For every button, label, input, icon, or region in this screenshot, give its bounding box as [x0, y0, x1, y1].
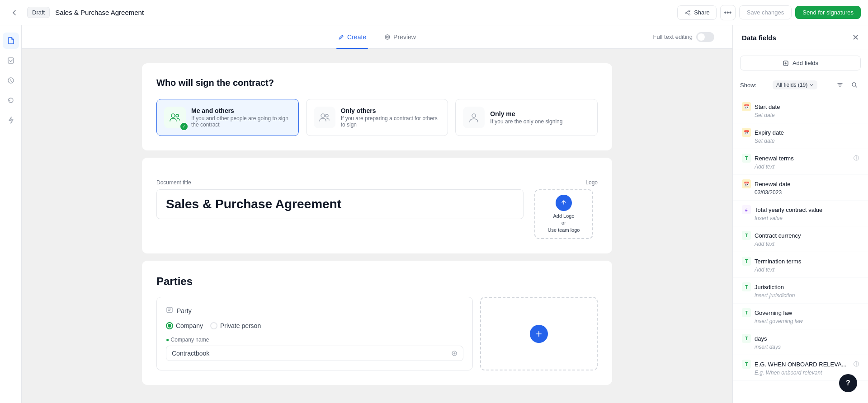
doc-title-input[interactable]: [156, 189, 524, 219]
field-name-renewal-date: Renewal date: [755, 181, 791, 187]
field-value-start-date: Set date: [755, 112, 859, 118]
show-filter-badge[interactable]: All fields (19): [773, 80, 817, 89]
field-termination-terms[interactable]: T Termination terms Add text: [733, 252, 868, 278]
field-icon-termination-terms: T: [742, 257, 751, 266]
show-label: Show:: [740, 82, 756, 89]
svg-point-11: [472, 114, 476, 117]
field-name-onboard: E.G. WHEN ONBOARD RELEVA...: [755, 361, 846, 368]
send-for-signatures-button[interactable]: Send for signatures: [795, 6, 861, 19]
sidebar-icon-lightning[interactable]: [3, 112, 19, 128]
field-icon-days: T: [742, 334, 751, 343]
field-value-days: insert days: [755, 344, 859, 350]
save-changes-button[interactable]: Save changes: [739, 5, 792, 19]
logo-upload-icon: [556, 195, 572, 211]
logo-upload-area[interactable]: Add Logo or Use team logo: [534, 189, 593, 239]
sidebar-icon-check[interactable]: [3, 52, 19, 69]
signing-option-info-3: Only me If you are the only one signing: [490, 110, 562, 125]
topbar: Draft Sales & Purchase Agreement Share •…: [0, 0, 868, 25]
search-icon-button[interactable]: [848, 79, 861, 91]
field-expiry-date[interactable]: 📅 Expiry date Set date: [733, 123, 868, 149]
svg-point-8: [176, 114, 179, 117]
back-button[interactable]: [7, 5, 22, 20]
tab-create[interactable]: Create: [336, 25, 368, 49]
party-card: Party Company Private person: [156, 297, 473, 370]
sidebar-icon-history[interactable]: [3, 92, 19, 108]
svg-rect-3: [8, 58, 14, 63]
field-icon-contract-currency: T: [742, 231, 751, 240]
right-panel: Data fields ✕ Add fields Show: All field…: [732, 25, 868, 403]
signing-option-only-others[interactable]: Only others If you are preparing a contr…: [306, 99, 448, 136]
main-layout: Create Preview Full text editing Who wil…: [0, 25, 868, 403]
field-icon-start-date: 📅: [742, 102, 751, 111]
who-signs-title: Who will sign the contract?: [156, 78, 598, 88]
selected-check: ✓: [180, 123, 188, 130]
show-actions: [834, 79, 861, 91]
left-sidebar: [0, 25, 22, 403]
field-name-start-date: Start date: [755, 103, 780, 110]
field-governing-law[interactable]: T Governing law insert governing law: [733, 304, 868, 329]
more-button[interactable]: •••: [720, 5, 736, 20]
field-value-jurisdiction: insert jurisdiction: [755, 292, 859, 299]
field-renewal-date[interactable]: 📅 Renewal date 03/03/2023: [733, 175, 868, 201]
svg-point-7: [171, 114, 175, 117]
add-fields-button[interactable]: Add fields: [740, 56, 861, 70]
share-button[interactable]: Share: [677, 5, 717, 20]
field-days[interactable]: T days insert days: [733, 329, 868, 355]
company-radio[interactable]: Company: [166, 322, 203, 329]
svg-rect-12: [167, 307, 172, 313]
signing-option-info: Me and others If you and other people ar…: [191, 107, 291, 128]
document-title-card: Document title Logo Add Logo or: [142, 158, 612, 253]
svg-point-9: [321, 114, 325, 117]
private-radio[interactable]: Private person: [210, 322, 261, 329]
field-jurisdiction[interactable]: T Jurisdiction insert jurisdiction: [733, 278, 868, 304]
add-party-button[interactable]: +: [530, 325, 548, 343]
field-icon-expiry-date: 📅: [742, 128, 751, 137]
field-name-days: days: [755, 335, 767, 342]
field-name-governing-law: Governing law: [755, 309, 792, 316]
tab-preview[interactable]: Preview: [382, 25, 418, 49]
field-value-renewal-date: 03/03/2023: [755, 189, 859, 196]
field-name-renewal-terms: Renewal terms: [755, 155, 794, 162]
svg-point-10: [326, 114, 328, 117]
parties-title: Parties: [156, 275, 598, 288]
full-text-editing-toggle[interactable]: [696, 32, 714, 42]
field-name-jurisdiction: Jurisdiction: [755, 284, 784, 291]
document-title-top: Sales & Purchase Agreement: [55, 9, 672, 16]
doc-content: Who will sign the contract? ✓ Me and oth…: [124, 49, 630, 403]
company-name-input-row[interactable]: Contractbook: [166, 346, 463, 361]
help-button[interactable]: ?: [839, 374, 857, 392]
signing-option-me-and-others[interactable]: ✓ Me and others If you and other people …: [156, 99, 299, 136]
field-icon-total-value: #: [742, 205, 751, 214]
field-value-renewal-terms: Add text: [755, 164, 859, 170]
info-icon-onboard: ⓘ: [854, 361, 859, 368]
sidebar-icon-document[interactable]: [3, 33, 19, 49]
doc-title-section: Document title: [156, 179, 524, 239]
field-renewal-terms[interactable]: T Renewal terms ⓘ Add text: [733, 149, 868, 175]
party-icon: [166, 306, 173, 315]
panel-close-button[interactable]: ✕: [852, 33, 859, 42]
logo-label: Logo: [534, 179, 598, 186]
full-text-editing-row: Full text editing: [653, 32, 714, 42]
field-name-contract-currency: Contract currency: [755, 232, 801, 239]
field-icon-governing-law: T: [742, 308, 751, 317]
parties-section: Parties Party Company: [142, 261, 612, 385]
party-header: Party: [166, 306, 463, 315]
field-name-expiry-date: Expiry date: [755, 129, 784, 136]
sidebar-icon-clock[interactable]: [3, 72, 19, 89]
field-contract-currency[interactable]: T Contract currency Add text: [733, 226, 868, 252]
filter-icon-button[interactable]: [834, 79, 846, 91]
panel-header: Data fields ✕: [733, 25, 868, 50]
logo-section: Logo Add Logo or Use team logo: [534, 179, 598, 239]
private-radio-circle: [210, 322, 217, 329]
draft-badge[interactable]: Draft: [27, 7, 50, 18]
field-total-value[interactable]: # Total yearly contract value Insert val…: [733, 201, 868, 226]
doc-header: Document title Logo Add Logo or: [156, 179, 598, 239]
field-start-date[interactable]: 📅 Start date Set date: [733, 98, 868, 123]
tab-bar: Create Preview Full text editing: [22, 25, 732, 49]
info-icon-renewal-terms: ⓘ: [854, 155, 859, 162]
signing-icon-only-me: [463, 107, 485, 128]
svg-point-2: [689, 14, 690, 15]
signing-icon-me-and-others: ✓: [164, 107, 186, 128]
add-party-card[interactable]: +: [480, 297, 598, 370]
signing-option-only-me[interactable]: Only me If you are the only one signing: [455, 99, 598, 136]
